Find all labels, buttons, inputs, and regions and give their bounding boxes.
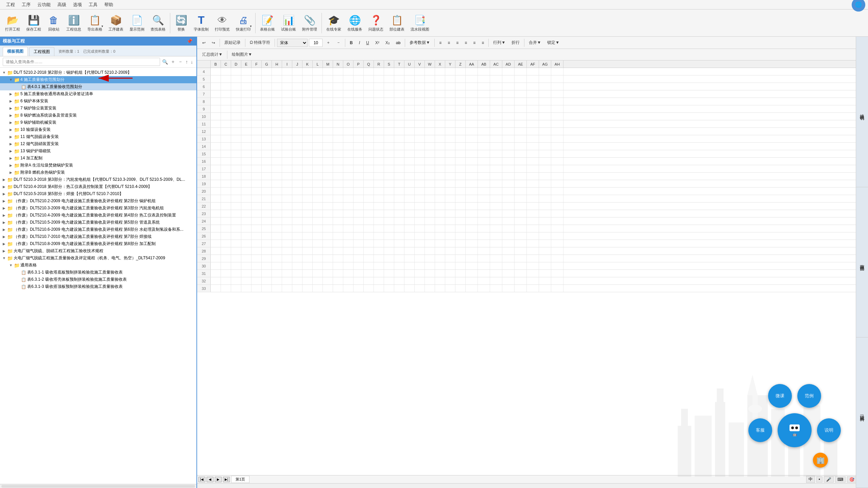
cell-N18[interactable] [333, 173, 343, 180]
cell-AD6[interactable] [502, 83, 515, 90]
cell-O24[interactable] [343, 217, 353, 225]
cell-D24[interactable] [231, 217, 241, 225]
cell-V25[interactable] [415, 225, 425, 232]
cell-G13[interactable] [262, 135, 272, 142]
cell-AG21[interactable] [539, 195, 551, 202]
cell-I10[interactable] [282, 113, 292, 120]
cell-O31[interactable] [343, 270, 353, 277]
cell-O30[interactable] [343, 262, 353, 269]
cell-X17[interactable] [435, 165, 445, 172]
cell-C12[interactable] [221, 128, 231, 135]
cell-Q16[interactable] [364, 158, 374, 165]
cell-M15[interactable] [323, 150, 333, 157]
cell-AE19[interactable] [515, 180, 527, 187]
cell-Y16[interactable] [445, 158, 455, 165]
cell-E18[interactable] [241, 173, 251, 180]
orange-icon-button[interactable]: 🏢 [813, 453, 828, 468]
cell-O33[interactable] [343, 285, 353, 292]
cell-AB24[interactable] [478, 217, 490, 225]
cell-S23[interactable] [384, 210, 394, 217]
cell-X23[interactable] [435, 210, 445, 217]
cell-H9[interactable] [272, 105, 282, 112]
cell-C13[interactable] [221, 135, 231, 142]
tree-item[interactable]: ▶📁火电厂烟气脱硫、脱硝工程工程施工验收技术规程 [0, 247, 196, 255]
cell-AH7[interactable] [551, 90, 563, 98]
tree-item[interactable]: ▶📁（作废）DLT5210.2-2009 电力建设施工质量验收及评价规程 第2部… [0, 197, 196, 205]
cell-B10[interactable] [211, 113, 221, 120]
cell-AA21[interactable] [466, 195, 478, 202]
cell-X7[interactable] [435, 90, 445, 98]
font-batch-button[interactable]: T 字体批制 [191, 11, 211, 35]
cell-N26[interactable] [333, 232, 343, 240]
cell-AC11[interactable] [490, 120, 502, 127]
cell-Q20[interactable] [364, 188, 374, 195]
cell-AE7[interactable] [515, 90, 527, 98]
cell-AB14[interactable] [478, 143, 490, 150]
cell-R9[interactable] [374, 105, 384, 112]
cell-K28[interactable] [302, 247, 313, 255]
cell-S6[interactable] [384, 83, 394, 90]
cell-AE24[interactable] [515, 217, 527, 225]
cell-AB12[interactable] [478, 128, 490, 135]
cell-AF31[interactable] [527, 270, 539, 277]
cell-W24[interactable] [425, 217, 435, 225]
cell-AD25[interactable] [502, 225, 515, 232]
cell-B5[interactable] [211, 75, 221, 83]
cell-F22[interactable] [251, 203, 262, 210]
special-char-button[interactable]: Ω 特殊字符 [247, 39, 273, 47]
align-center-button[interactable]: ≡ [445, 39, 452, 46]
cell-Z14[interactable] [455, 143, 466, 150]
cell-L7[interactable] [313, 90, 323, 98]
cell-C22[interactable] [221, 203, 231, 210]
cell-P19[interactable] [353, 180, 364, 187]
cell-AF6[interactable] [527, 83, 539, 90]
cell-V20[interactable] [415, 188, 425, 195]
cell-D28[interactable] [231, 247, 241, 255]
cell-Q18[interactable] [364, 173, 374, 180]
cell-G15[interactable] [262, 150, 272, 157]
cell-N33[interactable] [333, 285, 343, 292]
cell-L19[interactable] [313, 180, 323, 187]
cell-Q7[interactable] [364, 90, 374, 98]
tree-item[interactable]: ▶📁10 输煤设备安装 [0, 126, 196, 133]
cell-H18[interactable] [272, 173, 282, 180]
cell-AH4[interactable] [551, 68, 563, 75]
cell-L16[interactable] [313, 158, 323, 165]
cell-V7[interactable] [415, 90, 425, 98]
cell-R15[interactable] [374, 150, 384, 157]
cell-AH19[interactable] [551, 180, 563, 187]
cell-O29[interactable] [343, 255, 353, 262]
cell-R19[interactable] [374, 180, 384, 187]
cell-AB19[interactable] [478, 180, 490, 187]
cell-L26[interactable] [313, 232, 323, 240]
cell-B12[interactable] [211, 128, 221, 135]
cell-G33[interactable] [262, 285, 272, 292]
cell-AA6[interactable] [466, 83, 478, 90]
cell-I26[interactable] [282, 232, 292, 240]
cell-K6[interactable] [302, 83, 313, 90]
cell-AG11[interactable] [539, 120, 551, 127]
remove-button[interactable]: － [177, 58, 184, 66]
cell-E21[interactable] [241, 195, 251, 202]
cell-H14[interactable] [272, 143, 282, 150]
cell-AG15[interactable] [539, 150, 551, 157]
cell-Q17[interactable] [364, 165, 374, 172]
cell-S10[interactable] [384, 113, 394, 120]
cell-AC29[interactable] [490, 255, 502, 262]
cell-AH9[interactable] [551, 105, 563, 112]
cell-AC21[interactable] [490, 195, 502, 202]
cell-X30[interactable] [435, 262, 445, 269]
cell-W31[interactable] [425, 270, 435, 277]
cell-U26[interactable] [404, 232, 415, 240]
cell-AA22[interactable] [466, 203, 478, 210]
cell-V13[interactable] [415, 135, 425, 142]
cell-N22[interactable] [333, 203, 343, 210]
menu-item-advanced[interactable]: 高级 [54, 1, 70, 8]
cell-D26[interactable] [231, 232, 241, 240]
cell-C7[interactable] [221, 90, 231, 98]
cell-M27[interactable] [323, 240, 333, 247]
cell-I32[interactable] [282, 277, 292, 284]
cell-N30[interactable] [333, 262, 343, 269]
cell-E12[interactable] [241, 128, 251, 135]
cell-I33[interactable] [282, 285, 292, 292]
